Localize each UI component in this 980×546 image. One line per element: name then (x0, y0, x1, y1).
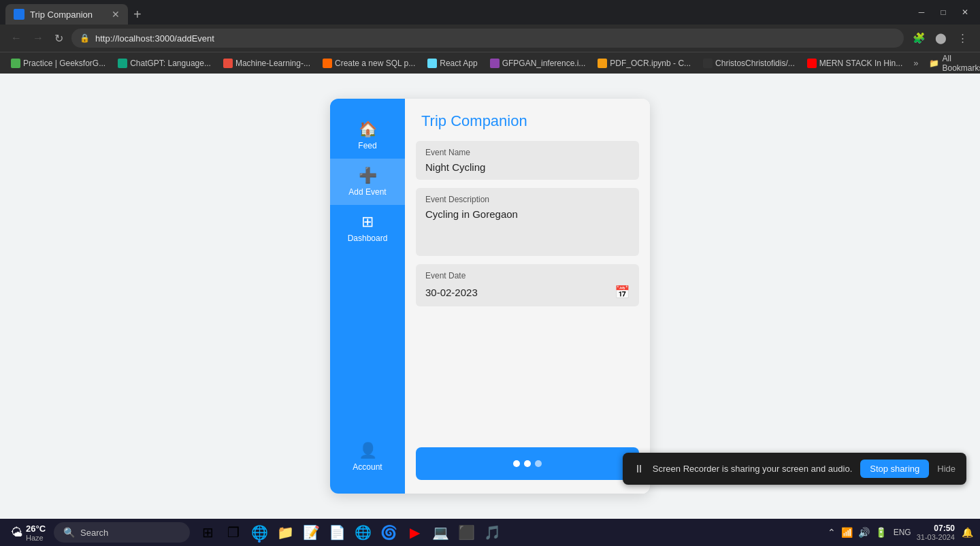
bookmark-react[interactable]: React App (422, 57, 483, 69)
bookmarks-folder-button[interactable]: 📁 All Bookmarks (924, 52, 980, 74)
bookmarks-bar: Practice | GeeksforG... ChatGPT: Languag… (0, 52, 980, 74)
bookmark-github[interactable]: ChristosChristofidis/... (698, 57, 800, 69)
bookmark-favicon (11, 59, 20, 68)
calendar-icon[interactable]: 📅 (615, 285, 630, 300)
bookmarks-more-button[interactable]: » (909, 57, 922, 69)
weather-icon: 🌤 (11, 526, 23, 540)
app-container: 🏠 Feed ➕ Add Event ⊞ Dashboard 👤 Account… (330, 99, 650, 494)
taskbar-vscode[interactable]: 💻 (428, 520, 453, 545)
search-placeholder: Search (80, 528, 108, 538)
pdf-icon: 📄 (329, 524, 346, 541)
event-date-label: Event Date (425, 271, 630, 280)
sidebar-item-feed[interactable]: 🏠 Feed (330, 112, 405, 159)
address-bar-actions: 🧩 ⬤ ⋮ (909, 29, 972, 48)
active-indicator (258, 540, 261, 543)
taskbar-browser[interactable]: 🌐 (247, 520, 272, 545)
taskbar-search[interactable]: 🔍 Search (54, 522, 190, 543)
taskbar: 🌤 26°C Haze 🔍 Search ⊞ ❐ 🌐 📁 📝 📄 (0, 519, 980, 546)
system-tray: ⌃ 📶 🔊 🔋 (826, 526, 888, 539)
stop-sharing-button[interactable]: Stop sharing (860, 460, 929, 478)
sidebar-label-add-event: Add Event (348, 187, 386, 197)
event-description-value[interactable]: Cycling in Goregaon (425, 208, 630, 249)
sidebar-item-add-event[interactable]: ➕ Add Event (330, 159, 405, 205)
battery-icon[interactable]: 🔋 (874, 526, 888, 539)
edge-icon: 🌀 (380, 524, 397, 541)
taskbar-windows-button[interactable]: ⊞ (195, 520, 220, 545)
sidebar-label-feed: Feed (358, 141, 376, 150)
temperature: 26°C (26, 524, 46, 534)
taskbar-edge[interactable]: 🌀 (376, 520, 401, 545)
bookmark-label: Machine-Learning-... (235, 59, 310, 68)
tab-close-button[interactable]: ✕ (112, 9, 120, 20)
new-tab-button[interactable]: + (128, 7, 147, 22)
minimize-button[interactable]: ─ (912, 3, 931, 22)
bookmark-pdf[interactable]: PDF_OCR.ipynb - C... (592, 57, 696, 69)
bookmark-geeksfor[interactable]: Practice | GeeksforG... (5, 57, 111, 69)
bookmark-chatgpt[interactable]: ChatGPT: Language... (112, 57, 216, 69)
menu-button[interactable]: ⋮ (953, 29, 972, 48)
screen-share-notification: ⏸ Screen Recorder is sharing your screen… (623, 453, 966, 485)
search-icon: 🔍 (63, 527, 75, 538)
dot-2 (524, 460, 531, 467)
plus-icon: ➕ (359, 167, 377, 184)
browser-tab[interactable]: Trip Companion ✕ (5, 4, 128, 25)
taskbar-pdf[interactable]: 📄 (325, 520, 349, 545)
maximize-button[interactable]: □ (934, 3, 953, 22)
hide-button[interactable]: Hide (937, 464, 956, 474)
bookmark-ml[interactable]: Machine-Learning-... (218, 57, 316, 69)
taskbar-files[interactable]: 📁 (273, 520, 297, 545)
url-bar[interactable]: 🔒 http://localhost:3000/addEvent (71, 29, 904, 48)
forward-button[interactable]: → (30, 29, 46, 47)
taskbar-task-view[interactable]: ❐ (221, 520, 246, 545)
taskbar-terminal[interactable]: ⬛ (454, 520, 478, 545)
sidebar-label-dashboard: Dashboard (348, 234, 388, 243)
bookmark-mern[interactable]: MERN STACK In Hin... (802, 57, 908, 69)
main-content: Trip Companion Event Name Night Cycling … (405, 99, 650, 494)
sidebar-item-account[interactable]: 👤 Account (330, 434, 405, 480)
bookmark-favicon (703, 59, 713, 68)
bookmark-label: Practice | GeeksforG... (23, 59, 105, 68)
bookmark-favicon (598, 59, 607, 68)
taskbar-notes[interactable]: 📝 (299, 520, 323, 545)
notification-icon[interactable]: 🔔 (960, 526, 975, 539)
taskbar-media[interactable]: 🎵 (480, 520, 504, 545)
weather-widget[interactable]: 🌤 26°C Haze (5, 524, 51, 542)
back-button[interactable]: ← (8, 29, 24, 47)
files-icon: 📁 (277, 524, 294, 541)
event-name-value[interactable]: Night Cycling (425, 161, 630, 173)
network-icon[interactable]: 📶 (840, 526, 854, 539)
chrome-icon: 🌐 (355, 524, 372, 541)
volume-icon[interactable]: 🔊 (857, 526, 871, 539)
bookmark-sql[interactable]: Create a new SQL p... (317, 57, 421, 69)
bookmark-favicon (323, 59, 332, 68)
taskbar-icons: ⊞ ❐ 🌐 📁 📝 📄 🌐 🌀 ▶ 💻 ⬛ (195, 520, 504, 545)
window-controls: ─ □ ✕ (912, 3, 975, 22)
sidebar: 🏠 Feed ➕ Add Event ⊞ Dashboard 👤 Account (330, 99, 405, 494)
profile-button[interactable]: ⬤ (931, 29, 950, 48)
taskbar-right: ⌃ 📶 🔊 🔋 ENG 07:50 31-03-2024 🔔 (826, 524, 975, 541)
sidebar-label-account: Account (353, 462, 382, 472)
bookmark-favicon (427, 59, 437, 68)
bookmark-favicon (118, 59, 127, 68)
bookmark-label: Create a new SQL p... (335, 59, 415, 68)
event-date-value[interactable]: 30-02-2023 (425, 287, 478, 298)
clock[interactable]: 07:50 31-03-2024 (917, 524, 955, 541)
reload-button[interactable]: ↻ (52, 29, 66, 48)
tray-chevron[interactable]: ⌃ (826, 526, 837, 539)
submit-button[interactable] (416, 447, 639, 480)
dot-1 (513, 460, 520, 467)
taskbar-chrome[interactable]: 🌐 (350, 520, 375, 545)
youtube-icon: ▶ (410, 524, 420, 541)
page-content: 🏠 Feed ➕ Add Event ⊞ Dashboard 👤 Account… (0, 74, 980, 519)
sidebar-item-dashboard[interactable]: ⊞ Dashboard (330, 205, 405, 251)
event-name-field: Event Name Night Cycling (416, 141, 639, 180)
extensions-button[interactable]: 🧩 (909, 29, 928, 48)
bookmark-label: GFPGAN_inference.i... (502, 59, 586, 68)
taskbar-youtube[interactable]: ▶ (402, 520, 427, 545)
weather-description: Haze (26, 534, 46, 542)
bookmark-gfpgan[interactable]: GFPGAN_inference.i... (485, 57, 591, 69)
language-label[interactable]: ENG (894, 528, 911, 537)
bookmark-label: ChatGPT: Language... (130, 59, 211, 68)
close-button[interactable]: ✕ (956, 3, 975, 22)
url-text: http://localhost:3000/addEvent (95, 33, 214, 44)
